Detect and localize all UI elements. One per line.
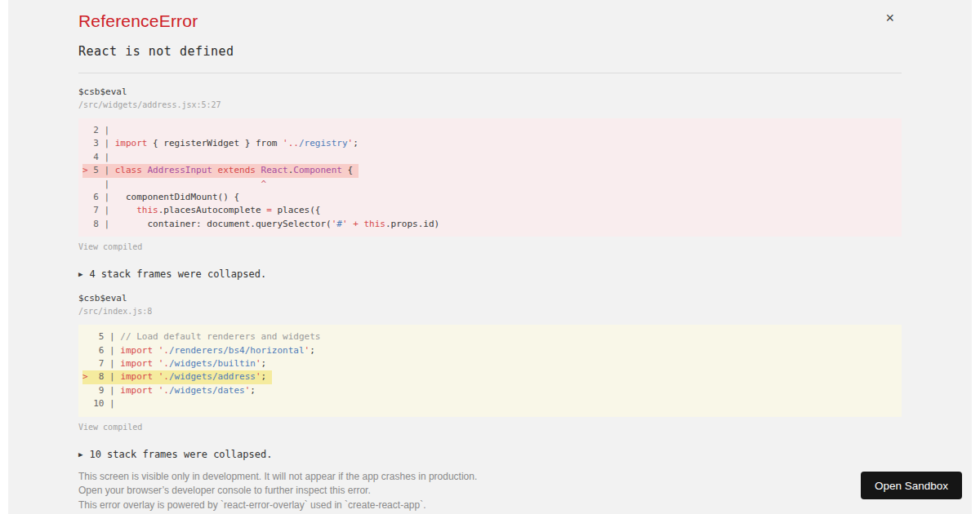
view-compiled-link[interactable]: View compiled: [78, 242, 142, 251]
footer-note: This screen is visible only in developme…: [78, 470, 902, 485]
close-icon[interactable]: ×: [885, 11, 894, 25]
triangle-right-icon: ▶: [78, 450, 82, 459]
collapsed-frames-label: 4 stack frames were collapsed.: [89, 268, 266, 280]
footer-note: This error overlay is powered by `react-…: [78, 498, 902, 513]
footer-notes: This screen is visible only in developme…: [78, 470, 902, 513]
collapsed-frames-label: 10 stack frames were collapsed.: [89, 449, 272, 460]
stack-frame: $csb$eval /src/index.js:8 5 | // Load de…: [78, 293, 902, 431]
code-frame: 5 | // Load default renderers and widget…: [78, 325, 902, 416]
collapsed-frames-toggle[interactable]: ▶10 stack frames were collapsed.: [78, 449, 272, 460]
error-overlay: ReferenceError × React is not defined $c…: [8, 0, 972, 514]
footer-note: Open your browser’s developer console to…: [78, 484, 902, 498]
error-title: ReferenceError: [78, 11, 902, 31]
frame-function-name: $csb$eval: [78, 293, 902, 304]
code-frame: 2 | 3 | import { registerWidget } from '…: [78, 118, 902, 237]
stack-frame: $csb$eval /src/widgets/address.jsx:5:27 …: [78, 86, 902, 251]
open-sandbox-button[interactable]: Open Sandbox: [861, 472, 962, 499]
view-compiled-link[interactable]: View compiled: [78, 423, 142, 432]
triangle-right-icon: ▶: [78, 270, 82, 278]
error-message: React is not defined: [78, 44, 902, 59]
frame-location: /src/index.js:8: [78, 307, 902, 316]
divider: [78, 73, 902, 73]
collapsed-frames-toggle[interactable]: ▶4 stack frames were collapsed.: [78, 268, 266, 280]
frame-function-name: $csb$eval: [78, 86, 902, 97]
frame-location: /src/widgets/address.jsx:5:27: [78, 100, 902, 109]
